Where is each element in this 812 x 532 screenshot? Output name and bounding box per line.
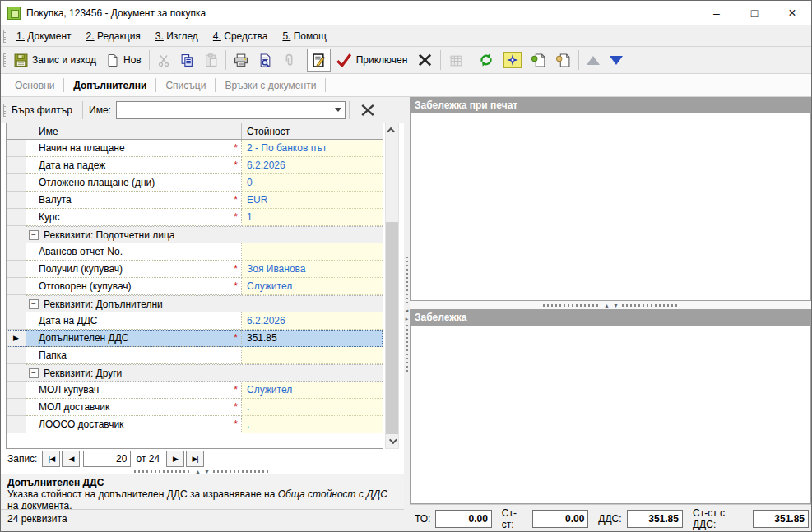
attribute-value-cell[interactable]: .	[242, 416, 383, 433]
attribute-value-cell[interactable]: 351.85	[242, 330, 383, 347]
grid-group-row[interactable]: −Реквизити: Подотчетни лица	[7, 226, 383, 243]
note-textarea[interactable]	[410, 326, 811, 504]
collapse-button[interactable]: −	[29, 230, 39, 240]
grid-group-row[interactable]: −Реквизити: Допълнителни	[7, 295, 383, 312]
toolbar-grip[interactable]	[3, 53, 6, 67]
attribute-value-cell[interactable]: .	[242, 399, 383, 416]
grid-row[interactable]: Дата на ДДС6.2.2026	[7, 312, 383, 330]
grid-row[interactable]: МОЛ доставчик*.	[7, 399, 383, 416]
menu-item[interactable]: 4. Средства	[206, 27, 276, 45]
previous-record-button[interactable]: ◀	[62, 451, 80, 467]
refresh-button[interactable]	[474, 49, 499, 72]
grid-row[interactable]: Получил (купувач)*Зоя Иванова	[7, 261, 383, 278]
attribute-value-cell[interactable]: Служител	[242, 278, 383, 295]
splitter-right-icon[interactable]: ►	[405, 317, 410, 322]
attribute-value-cell[interactable]	[242, 347, 383, 364]
next-record-button[interactable]: ▶	[166, 451, 184, 467]
grid-row[interactable]: МОЛ купувач*Служител	[7, 382, 383, 399]
scrollbar-thumb[interactable]	[386, 222, 398, 434]
grid-header-name[interactable]: Име	[26, 123, 242, 139]
save-and-exit-button[interactable]: Запис и изход	[9, 49, 101, 72]
attribute-name-cell[interactable]: МОЛ доставчик*	[26, 399, 242, 416]
attribute-name-cell[interactable]: ЛООСО доставчик*	[26, 416, 242, 433]
attribute-name-cell[interactable]: Папка	[26, 347, 242, 364]
attribute-value-cell[interactable]	[242, 243, 383, 261]
grid-row[interactable]: Папка	[7, 347, 383, 364]
clone-document-icon	[556, 53, 571, 67]
splitter-left-icon[interactable]: ◄	[405, 308, 410, 314]
attribute-name-cell[interactable]: Получил (купувач)*	[26, 261, 242, 278]
minimize-button[interactable]: –	[698, 1, 735, 25]
attribute-name-cell[interactable]: Отговорен (купувач)*	[26, 278, 242, 295]
tab-4[interactable]: Връзки с документи	[216, 78, 326, 92]
print-note-textarea[interactable]	[410, 113, 811, 301]
clone-document-button[interactable]	[551, 49, 576, 72]
grid-group-row[interactable]: −Реквизити: Други	[7, 364, 383, 382]
grid-row[interactable]: Начин на плащане*2 - По банков път	[7, 140, 383, 157]
filter-name-combobox[interactable]	[116, 101, 346, 119]
move-down-button[interactable]	[605, 49, 628, 72]
grid-header-value[interactable]: Стойност	[242, 123, 383, 139]
attribute-value-cell[interactable]: 6.2.2026	[242, 157, 383, 174]
menu-item[interactable]: 1. Документ	[9, 27, 79, 45]
attribute-value-cell[interactable]: Зоя Иванова	[242, 261, 383, 278]
grid-row[interactable]: Валута*EUR	[7, 192, 383, 209]
attribute-name-cell[interactable]: Дата на падеж*	[26, 157, 242, 174]
toolbar-grip[interactable]	[3, 30, 6, 43]
toolbar-grip[interactable]	[3, 104, 6, 117]
clear-filter-button[interactable]	[355, 99, 380, 121]
delete-button[interactable]	[412, 49, 438, 72]
attribute-value-cell[interactable]: Служител	[242, 382, 383, 399]
notes-splitter[interactable]: ▲ ▼	[410, 301, 812, 309]
tab-3[interactable]: Списъци	[156, 78, 216, 92]
attribute-name-cell[interactable]: Начин на плащане*	[26, 140, 242, 157]
toolbar-separator	[349, 101, 350, 119]
grid-row[interactable]: ЛООСО доставчик*.	[7, 416, 383, 433]
print-button[interactable]	[229, 49, 253, 72]
grid-row[interactable]: Дата на падеж*6.2.2026	[7, 157, 383, 174]
attribute-name-cell[interactable]: Курс*	[26, 209, 242, 226]
collapse-button[interactable]: −	[29, 299, 39, 309]
attribute-name-cell[interactable]: Авансов отчет No.	[26, 243, 242, 261]
attribute-name-cell[interactable]: Дата на ДДС	[26, 312, 242, 330]
grid-row[interactable]: Отложено плащане (дни)0	[7, 174, 383, 192]
grid-scrollbar[interactable]	[385, 123, 399, 449]
attribute-value-cell[interactable]: EUR	[242, 192, 383, 209]
attribute-value-cell[interactable]: 2 - По банков път	[242, 140, 383, 157]
close-button[interactable]: ×	[773, 1, 811, 25]
attribute-name-cell[interactable]: Допълнителен ДДС*	[26, 330, 242, 347]
scroll-up-button[interactable]	[386, 123, 398, 137]
splitter-up-icon[interactable]: ▲	[604, 303, 610, 308]
attribute-value-cell[interactable]: 1	[242, 209, 383, 226]
maximize-button[interactable]: □	[735, 1, 773, 25]
splitter-down-icon[interactable]: ▼	[613, 303, 619, 308]
attribute-value-cell[interactable]: 6.2.2026	[242, 312, 383, 330]
collapse-button[interactable]: −	[29, 368, 39, 378]
attribute-name-cell[interactable]: МОЛ купувач*	[26, 382, 242, 399]
grid-row[interactable]: ▶Допълнителен ДДС*351.85	[7, 330, 383, 347]
grid-row[interactable]: Авансов отчет No.	[7, 243, 383, 261]
attribute-name-cell[interactable]: Отложено плащане (дни)	[26, 174, 242, 192]
copy-button[interactable]	[175, 49, 199, 72]
record-number-input[interactable]	[83, 451, 131, 467]
tab-1[interactable]: Основни	[6, 78, 64, 92]
attribute-name-cell[interactable]: Валута*	[26, 192, 242, 209]
new-document-button[interactable]: Нов	[101, 49, 146, 72]
scroll-down-button[interactable]	[386, 434, 398, 448]
tab-2[interactable]: Допълнителни	[64, 78, 156, 92]
menu-item[interactable]: 3. Изглед	[148, 27, 206, 45]
completed-toggle-button[interactable]: Приключен	[331, 49, 413, 72]
first-record-button[interactable]: |◀	[42, 451, 60, 467]
panes-splitter[interactable]: ◄ ►	[404, 97, 410, 532]
last-record-button[interactable]: ▶|	[186, 451, 204, 467]
highlight-button[interactable]	[499, 49, 527, 72]
grid-row[interactable]: Курс*1	[7, 209, 383, 226]
attribute-value-cell[interactable]: 0	[242, 174, 383, 192]
print-preview-button[interactable]	[253, 49, 277, 72]
menu-item[interactable]: 5. Помощ	[275, 27, 333, 45]
grid-row[interactable]: Отговорен (купувач)*Служител	[7, 278, 383, 295]
menu-item[interactable]: 2. Редакция	[79, 27, 148, 45]
combobox-dropdown-button[interactable]	[332, 102, 345, 118]
edit-mode-button[interactable]	[307, 49, 331, 72]
copy-document-button[interactable]	[527, 49, 551, 72]
